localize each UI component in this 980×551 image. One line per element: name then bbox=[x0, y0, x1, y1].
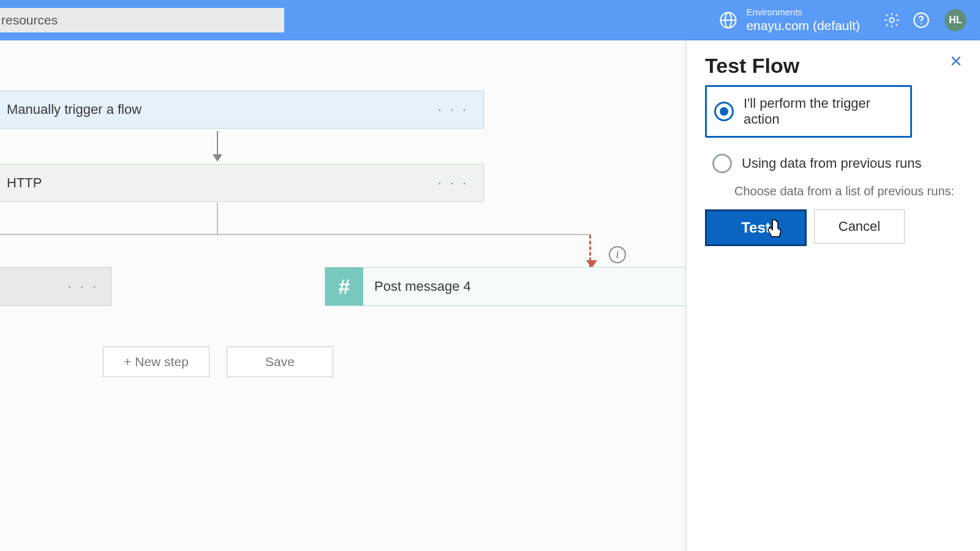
step-trigger-label: Manually trigger a flow bbox=[7, 102, 141, 118]
panel-title: Test Flow bbox=[705, 54, 962, 78]
radio-icon bbox=[712, 154, 732, 173]
new-step-button[interactable]: + New step bbox=[103, 347, 209, 377]
environment-text: Environments enayu.com (default) bbox=[746, 7, 860, 33]
previous-runs-hint: Choose data from a list of previous runs… bbox=[734, 184, 962, 198]
step-trigger-menu-icon[interactable]: · · · bbox=[437, 102, 469, 118]
connector-vertical bbox=[217, 203, 218, 234]
svg-point-5 bbox=[921, 23, 922, 24]
dashed-arrow-icon bbox=[589, 235, 591, 267]
canvas-actions: + New step Save bbox=[103, 347, 333, 377]
close-icon[interactable]: ✕ bbox=[946, 51, 967, 72]
radio-manual-label: I'll perform the trigger action bbox=[744, 96, 903, 127]
step-branch-left[interactable]: · · · bbox=[0, 267, 111, 306]
radio-previous-label: Using data from previous runs bbox=[742, 156, 921, 171]
panel-actions: Test Cancel bbox=[705, 209, 962, 246]
radio-icon bbox=[714, 102, 734, 121]
step-http-label: HTTP bbox=[7, 175, 42, 191]
step-post-message[interactable]: # Post message 4 bbox=[325, 267, 718, 306]
top-bar: resources Environments enayu.com (defaul… bbox=[0, 0, 980, 40]
environment-name: enayu.com (default) bbox=[746, 18, 860, 33]
radio-manual-trigger[interactable]: I'll perform the trigger action bbox=[705, 85, 912, 138]
help-icon[interactable] bbox=[910, 9, 932, 31]
environment-picker[interactable]: Environments enayu.com (default) bbox=[719, 7, 860, 33]
branch-left-menu-icon[interactable]: · · · bbox=[67, 279, 99, 294]
test-button-label: Test bbox=[741, 219, 771, 236]
save-button[interactable]: Save bbox=[227, 347, 333, 377]
step-trigger[interactable]: Manually trigger a flow · · · bbox=[0, 91, 484, 129]
connector-horizontal bbox=[0, 234, 591, 235]
step-http[interactable]: HTTP · · · bbox=[0, 164, 484, 202]
test-flow-panel: ✕ Test Flow I'll perform the trigger act… bbox=[686, 40, 980, 551]
environment-label: Environments bbox=[746, 7, 860, 18]
test-button[interactable]: Test bbox=[705, 209, 807, 246]
info-icon[interactable]: i bbox=[609, 246, 626, 263]
globe-icon bbox=[719, 11, 737, 29]
cancel-button[interactable]: Cancel bbox=[814, 209, 905, 244]
search-input[interactable]: resources bbox=[0, 8, 284, 32]
avatar[interactable]: HL bbox=[944, 9, 967, 31]
hash-icon: # bbox=[325, 268, 363, 305]
step-post-label: Post message 4 bbox=[374, 279, 471, 294]
step-http-menu-icon[interactable]: · · · bbox=[437, 175, 469, 191]
arrow-down-icon bbox=[217, 131, 218, 160]
gear-icon[interactable] bbox=[881, 9, 903, 31]
radio-previous-runs[interactable]: Using data from previous runs bbox=[705, 145, 962, 182]
svg-point-3 bbox=[889, 18, 894, 22]
